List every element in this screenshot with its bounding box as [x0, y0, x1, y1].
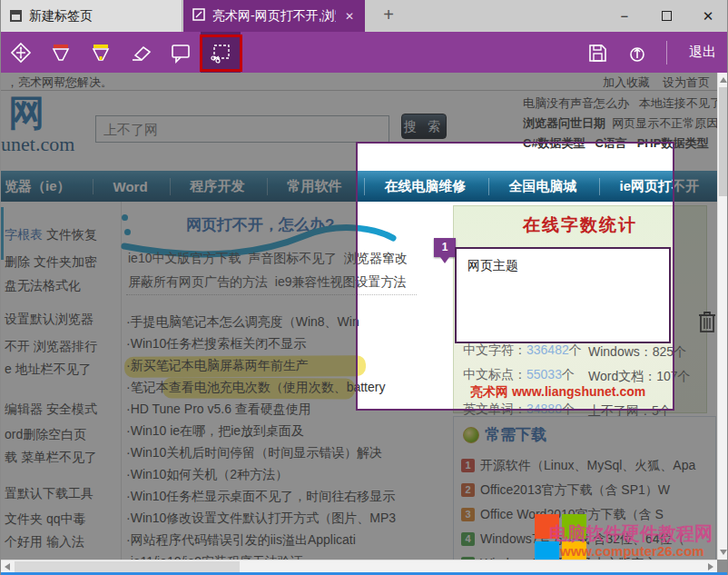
search-input[interactable] [95, 115, 389, 143]
rank-badge: 4 [461, 532, 475, 546]
article-list-item[interactable]: ·Win10 ie在哪，把ie放到桌面及 [126, 420, 426, 441]
sidebar-link[interactable]: 置默认下载工具 [5, 486, 93, 502]
maximize-button[interactable] [645, 0, 687, 32]
sidebar-link[interactable]: ord删除空白页 [5, 427, 86, 443]
article-list-item[interactable]: ·网站程序代码错误引发的iis溢出Applicati [126, 529, 426, 550]
save-button[interactable] [577, 32, 617, 73]
sidebar-link[interactable]: 编辑器 安全模式 [5, 402, 97, 418]
hot-link[interactable]: 网页显示不正常原因 [605, 116, 718, 130]
close-button[interactable]: ✕ [687, 0, 728, 32]
page-content: ，亮术网帮您解决。 加入收藏 设为首页 网 unet.com 搜 索 电脑没有声… [1, 73, 728, 572]
new-tab-button[interactable]: + [375, 0, 402, 32]
tab-active-liangshunet[interactable]: 亮术网-网页打不开,浏览 ✕ [183, 0, 365, 32]
scroll-right-icon[interactable] [708, 563, 713, 570]
nav-item[interactable]: 常用软件 [267, 178, 344, 195]
sidebar-link[interactable]: 文件夹 qq中毒 [5, 511, 85, 528]
horizontal-scrollbar-thumb[interactable] [15, 561, 240, 572]
article-list-item[interactable]: ·Win10修改设置文件默认打开方式（图片、MP3 [126, 507, 426, 529]
vertical-scrollbar-thumb[interactable] [719, 87, 728, 196]
rank-badge: 3 [461, 508, 475, 521]
sidebar-link[interactable]: 不开 浏览器排行 [5, 339, 97, 355]
web-note-icon [192, 8, 205, 24]
tab-title: 亮术网-网页打不开,浏览 [212, 8, 336, 25]
page-topbar: ，亮术网帮您解决。 加入收藏 设为首页 [1, 73, 717, 91]
pen-icon [49, 41, 73, 64]
sidebar-link[interactable]: 设置默认浏览器 [5, 312, 93, 328]
hot-link-row[interactable]: 电脑没有声音怎么办 本地连接不见了 [523, 94, 717, 114]
site-logo-glyph[interactable]: 网 [8, 94, 44, 131]
trash-icon[interactable] [697, 309, 717, 338]
download-link[interactable]: 1开源软件（Linux、MySql、火狐、Apa [461, 453, 695, 478]
tab-title: 新建标签页 [29, 8, 172, 25]
web-note-toolbar: 退出 [1, 32, 728, 73]
highlighter-button[interactable] [81, 32, 121, 73]
scroll-up-icon[interactable] [720, 77, 727, 83]
note-number-badge[interactable]: 1 [434, 238, 456, 257]
typed-note-box[interactable]: 网页主题 [455, 247, 671, 343]
scroll-left-icon[interactable] [5, 563, 10, 570]
exit-button[interactable]: 退出 [676, 44, 728, 61]
search-button[interactable]: 搜 索 [401, 114, 447, 139]
hot-link[interactable]: 浏览器问世日期 [523, 116, 605, 130]
share-icon [626, 42, 648, 64]
eraser-icon [129, 41, 152, 64]
tab-new-page[interactable]: 新建标签页 [1, 0, 182, 32]
add-note-button[interactable] [161, 32, 201, 73]
article-list-item[interactable]: ·Win10如何关机（2种方法） [126, 463, 426, 485]
clip-button[interactable] [201, 32, 241, 73]
download-link[interactable]: 2Office2013官方下载（含 SP1）W [461, 478, 695, 502]
downloads-header: 常需下载 [485, 424, 546, 445]
pen-button[interactable] [41, 32, 81, 73]
toolbar-right: 退出 [577, 32, 728, 73]
sidebar-link[interactable]: 删除 文件夹加密 [5, 254, 97, 271]
eraser-button[interactable] [121, 32, 161, 73]
scroll-down-icon[interactable] [720, 550, 727, 555]
nav-item[interactable]: Word [93, 179, 150, 194]
tutorial-watermark-url: www.computer26.com [560, 543, 704, 559]
save-icon [586, 42, 608, 64]
rank-badge: 2 [461, 483, 475, 497]
window-controls: − ✕ [604, 0, 728, 32]
sidebar-link[interactable]: 载 菜单栏不见了 [5, 450, 97, 466]
rank-badge: 1 [461, 459, 475, 472]
add-favorite-link[interactable]: 加入收藏 [603, 74, 650, 91]
clip-icon [209, 41, 232, 64]
note-bubble-icon [169, 41, 192, 64]
set-homepage-link[interactable]: 设为首页 [663, 74, 710, 91]
sidebar-link[interactable]: 个好用 输入法 [5, 534, 84, 550]
site-logo-text[interactable]: unet.com [1, 133, 74, 156]
nav-item[interactable]: 览器（ie） [3, 178, 73, 195]
blank-page-icon [10, 10, 22, 22]
move-icon [9, 41, 33, 64]
maximize-icon [662, 11, 672, 21]
pen-dot-mark [122, 214, 128, 221]
share-button[interactable] [617, 32, 657, 73]
vertical-scrollbar[interactable] [717, 73, 728, 560]
minimize-button[interactable]: − [604, 0, 645, 32]
article-list-item[interactable]: ·Win10关机后时间停留（时间显示错误）解决 [126, 441, 426, 463]
tutorial-watermark-title: 电脑软件硬件教程网 [549, 521, 713, 546]
sidebar-link[interactable]: e 地址栏不见了 [5, 362, 92, 378]
sidebar-link[interactable]: 字根表 文件恢复 [5, 227, 97, 243]
toolbar-divider [666, 41, 667, 64]
move-selection-button[interactable] [1, 32, 41, 73]
tab-bar: 新建标签页 亮术网-网页打不开,浏览 ✕ + − ✕ [1, 0, 728, 32]
sidebar-link[interactable]: 盘无法格式化 [5, 278, 81, 294]
tab-close-icon[interactable]: ✕ [343, 10, 356, 23]
horizontal-scrollbar[interactable] [1, 560, 717, 572]
topbar-slogan: ，亮术网帮您解决。 [6, 74, 113, 91]
article-list-item[interactable]: ·Win10任务栏显示桌面不见了，时间往右移显示 [126, 485, 426, 507]
nav-item[interactable]: 程序开发 [170, 178, 247, 195]
downloads-icon [463, 427, 479, 443]
highlighter-icon [89, 41, 113, 64]
sidebar-links: 字根表 文件恢复 删除 文件夹加密 盘无法格式化 设置默认浏览器 不开 浏览器排… [3, 202, 122, 560]
